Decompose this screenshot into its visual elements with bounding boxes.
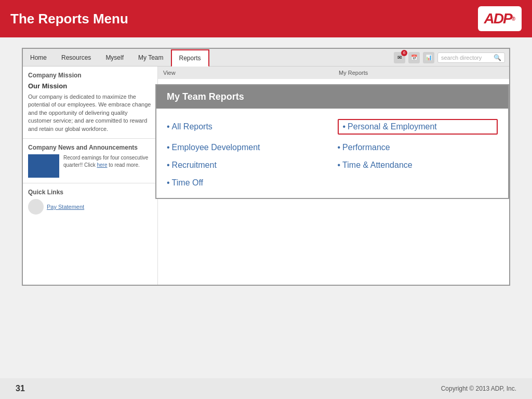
company-mission-section: Company Mission Our Mission Our company … <box>23 66 157 139</box>
left-sidebar: Company Mission Our Mission Our company … <box>23 66 158 285</box>
view-label: View <box>163 70 328 76</box>
mission-text: Our company is dedicated to maximize the… <box>28 93 152 133</box>
calendar-icon[interactable]: 📅 <box>408 52 420 63</box>
pay-statement-link[interactable]: Pay Statement <box>47 204 84 210</box>
nav-item-reports[interactable]: Reports <box>171 49 209 67</box>
page-title: The Reports Menu <box>10 11 128 27</box>
nav-right: ✉ 6 📅 📊 search directory 🔍 <box>390 52 509 63</box>
nav-items: Home Resources Myself My Team Reports <box>23 48 390 67</box>
adp-logo: ADP® <box>478 6 522 31</box>
popup-all-reports[interactable]: All Reports <box>167 119 327 135</box>
popup-employee-development[interactable]: Employee Development <box>167 143 327 152</box>
my-team-reports-popup: My Team Reports All Reports Personal & E… <box>155 84 509 199</box>
company-news-title: Company News and Announcements <box>28 144 152 151</box>
header-bar: The Reports Menu ADP® <box>0 0 532 37</box>
search-bar[interactable]: search directory 🔍 <box>437 52 505 63</box>
chart-icon[interactable]: 📊 <box>423 52 434 63</box>
quick-links-section: Quick Links Pay Statement <box>23 183 157 220</box>
screenshot-frame: Home Resources Myself My Team Reports ✉ … <box>22 48 510 286</box>
nav-item-myteam[interactable]: My Team <box>131 50 170 65</box>
popup-recruitment[interactable]: Recruitment <box>167 161 327 170</box>
popup-personal-employment[interactable]: Personal & Employment <box>338 119 498 135</box>
company-news-section: Company News and Announcements Record ea… <box>23 139 157 183</box>
content-area: Company Mission Our Mission Our company … <box>23 66 509 285</box>
popup-performance[interactable]: Performance <box>338 143 498 152</box>
view-section: View <box>158 66 334 79</box>
adp-registered: ® <box>512 16 515 22</box>
our-mission-title: Our Mission <box>28 82 152 90</box>
news-read-more-link[interactable]: here <box>97 162 107 168</box>
my-reports-section: My Reports <box>334 66 509 79</box>
mail-badge: 6 <box>401 50 407 56</box>
main-content: Home Resources Myself My Team Reports ✉ … <box>0 37 532 395</box>
popup-items-grid: All Reports Personal & Employment Employ… <box>156 109 508 198</box>
nav-item-resources[interactable]: Resources <box>54 50 98 65</box>
popup-title: My Team Reports <box>167 91 244 102</box>
my-reports-label: My Reports <box>339 70 504 76</box>
mail-icon[interactable]: ✉ 6 <box>394 52 405 63</box>
adp-text: ADP <box>484 10 512 27</box>
footer: 31 Copyright © 2013 ADP, Inc. <box>0 378 532 399</box>
copyright-text: Copyright © 2013 ADP, Inc. <box>441 385 516 392</box>
news-thumbnail <box>28 154 59 178</box>
popup-time-attendance[interactable]: Time & Attendance <box>338 161 498 170</box>
page-number: 31 <box>16 384 25 393</box>
pay-statement-item: Pay Statement <box>28 199 152 215</box>
pay-icon <box>28 199 44 215</box>
nav-bar: Home Resources Myself My Team Reports ✉ … <box>23 49 509 66</box>
news-thumb-inner <box>28 154 59 178</box>
right-menu-bar: View My Reports <box>158 66 509 79</box>
search-icon[interactable]: 🔍 <box>494 54 501 61</box>
quick-links-title: Quick Links <box>28 189 152 196</box>
popup-time-off[interactable]: Time Off <box>167 178 327 188</box>
news-text: Record earnings for four consecutive qua… <box>63 154 152 178</box>
news-item: Record earnings for four consecutive qua… <box>28 154 152 178</box>
nav-item-myself[interactable]: Myself <box>98 50 131 65</box>
nav-item-home[interactable]: Home <box>23 50 54 65</box>
adp-logo-box: ADP® <box>478 6 522 31</box>
popup-header: My Team Reports <box>156 85 508 109</box>
company-mission-title: Company Mission <box>28 72 152 79</box>
search-placeholder: search directory <box>441 55 494 61</box>
